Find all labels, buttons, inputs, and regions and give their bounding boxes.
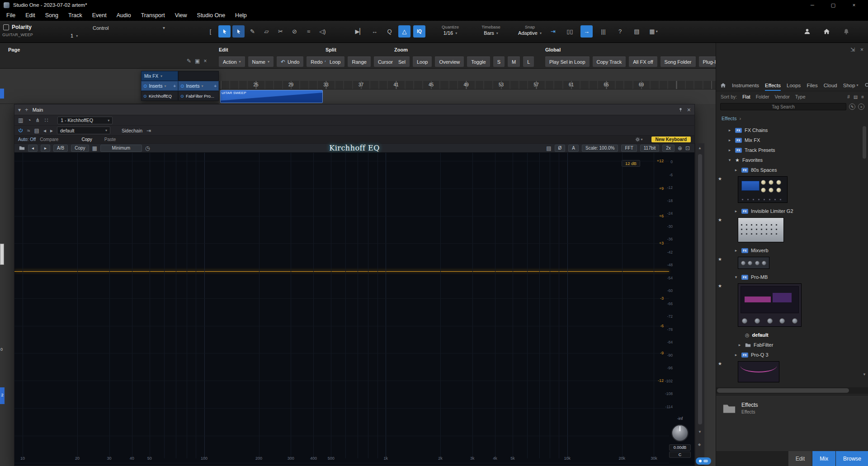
routing-icon[interactable]: ⇥	[146, 127, 151, 134]
favorite-star-icon[interactable]: ★	[718, 176, 724, 182]
inserts-header-1[interactable]: ⊙ Inserts ▾ +	[141, 81, 178, 91]
tree-item-invisible-limiter-g2[interactable]: ▸FXInvisible Limiter G2	[716, 206, 862, 216]
next-preset-icon[interactable]: ▸	[50, 127, 53, 134]
tree-item-mixverb[interactable]: ▸FXMixverb	[716, 245, 862, 255]
sidechain-button[interactable]: Sidechain	[122, 128, 142, 133]
insert-slot-fabfilter[interactable]: ⊙ FabFilter Pro...	[178, 91, 219, 101]
tree-item-favorites[interactable]: ▾★Favorites	[716, 155, 862, 165]
draw-icon[interactable]: ✎	[187, 58, 191, 64]
menu-view[interactable]: View	[175, 12, 187, 19]
cursor-button[interactable]: Cursor	[374, 56, 397, 67]
tree-item-pro-mb[interactable]: ▾FXPro-MB	[716, 272, 862, 282]
add-insert-icon[interactable]: +	[173, 84, 176, 89]
menu-studio-one[interactable]: Studio One	[197, 12, 226, 19]
expand-arrow-icon[interactable]: ▸	[733, 248, 739, 253]
paint-tool[interactable]: ✎	[246, 25, 259, 38]
latency-clock-icon[interactable]: ◷	[145, 145, 150, 151]
analyzer-list-icon[interactable]: ▤	[546, 145, 551, 151]
notifications-icon[interactable]	[840, 25, 852, 38]
tree-item-80s-spaces[interactable]: ▸FX80s Spaces	[716, 165, 862, 175]
workspace-tab-browse[interactable]: Browse	[835, 451, 868, 466]
expand-arrow-icon[interactable]: ▸	[727, 148, 732, 152]
phase-invert-button[interactable]: Ø	[555, 145, 566, 152]
next-state-button[interactable]: ▸	[41, 145, 50, 152]
bend-tool[interactable]: ≈	[302, 25, 315, 38]
tag-search-input[interactable]	[720, 103, 846, 110]
scroll-down-icon[interactable]: ▼	[863, 372, 866, 377]
autoscroll-icon[interactable]: ▶▏	[354, 25, 366, 38]
breadcrumb-label[interactable]: Effects	[722, 116, 736, 121]
listen-tool[interactable]: ◁)	[316, 25, 329, 38]
thumbnail-80s-spaces[interactable]	[738, 176, 788, 203]
snap-cursor-icon[interactable]: ⇥	[547, 25, 559, 38]
tab-effects[interactable]: Effects	[765, 80, 781, 91]
clear-search-icon[interactable]: ×	[858, 104, 864, 110]
plugin-window-titlebar[interactable]: ▾ + Main ×	[14, 104, 694, 115]
snap-control[interactable]: Snap Adaptive▾	[510, 24, 550, 36]
menu-event[interactable]: Event	[92, 12, 107, 19]
oversampling-button[interactable]: 2x	[662, 145, 675, 152]
song-folder-button[interactable]: Song Folder	[660, 56, 696, 67]
bypass-curve-icon[interactable]: ≈	[27, 127, 30, 134]
sort-folder[interactable]: Folder	[756, 94, 769, 99]
workspace-tab-edit[interactable]: Edit	[788, 451, 812, 466]
channel-mode-button[interactable]: A	[568, 145, 579, 152]
tab-loops[interactable]: Loops	[787, 80, 801, 91]
scale-button[interactable]: Scale: 100.0%	[582, 145, 618, 152]
add-tab-icon[interactable]: +	[25, 106, 28, 113]
menu-file[interactable]: File	[6, 12, 15, 19]
track-resize-icon[interactable]: ↔	[368, 25, 381, 38]
close-window-icon[interactable]: ×	[687, 106, 691, 113]
tree-item-track-presets[interactable]: ▸FXTrack Presets	[716, 145, 862, 155]
thumbnail-pro-mb[interactable]	[738, 283, 802, 327]
panel-view-icon[interactable]: ▤	[854, 94, 858, 99]
menu-song[interactable]: Song	[45, 12, 58, 19]
thumbnail-mixverb[interactable]	[738, 257, 769, 269]
expand-arrow-icon[interactable]: ▸	[733, 168, 739, 172]
favorite-star-icon[interactable]: ★	[718, 257, 724, 262]
collapse-icon[interactable]: ▾	[18, 107, 21, 113]
s-button[interactable]: S	[493, 56, 505, 67]
loop-button[interactable]: Loop	[413, 56, 432, 67]
all-fx-off-button[interactable]: All FX off	[629, 56, 657, 67]
macro-grid-icon[interactable]: ▦▾	[647, 25, 660, 38]
fft-button[interactable]: FFT	[621, 145, 637, 152]
thumbnail-pro-q-3[interactable]	[738, 361, 779, 382]
follow-playhead-icon[interactable]: →	[580, 25, 593, 38]
browser-vscrollbar[interactable]: ▼	[863, 126, 866, 379]
menu-track[interactable]: Track	[68, 12, 82, 19]
menu-edit[interactable]: Edit	[25, 12, 35, 19]
tab-cloud[interactable]: Cloud	[824, 80, 837, 91]
eq-display[interactable]: 12 dB -inf 0.00dB C 10203040501002003004…	[14, 153, 694, 466]
quantize-q-icon[interactable]: Q	[383, 25, 396, 38]
power-icon[interactable]: ⊙	[143, 84, 147, 89]
edit-tags-icon[interactable]: ✎	[849, 104, 855, 110]
audio-region[interactable]: UITAR SWEEP	[220, 90, 323, 103]
timeline-ruler[interactable]: 252933374145495357616569	[219, 81, 716, 89]
output-pan-value[interactable]: C	[669, 452, 691, 458]
ab-compare-button[interactable]: A/B	[53, 145, 68, 152]
panel-icon[interactable]: ▣	[195, 58, 200, 64]
breadcrumb[interactable]: Effects ›	[716, 114, 868, 122]
control-dropdown-arrow-icon[interactable]: ▾	[163, 25, 165, 30]
preset-folder-icon[interactable]	[19, 145, 25, 151]
output-gain-value[interactable]: 0.00dB	[669, 444, 691, 451]
editor-scrollbar[interactable]: ▲ ▼ ◆	[695, 143, 704, 466]
sel-button[interactable]: Sel	[394, 56, 410, 67]
menu-transport[interactable]: Transport	[141, 12, 165, 19]
collapse-arrow-icon[interactable]: ▾	[727, 158, 732, 162]
zoom-diamond-icon[interactable]: ◆	[698, 442, 701, 447]
name-button[interactable]: Name▾	[248, 56, 274, 67]
zoom-toggle-pill[interactable]	[696, 457, 711, 465]
history-icon[interactable]: ◔	[28, 117, 31, 123]
timebase-control[interactable]: Timebase Bars▾	[471, 24, 511, 36]
split-tool[interactable]: ✂	[274, 25, 287, 38]
layout-grid-icon[interactable]: ▥	[18, 117, 23, 123]
browser-home-icon[interactable]	[720, 82, 726, 88]
piano-display-icon[interactable]: ▦	[92, 145, 97, 151]
m-button[interactable]: M	[508, 56, 520, 67]
expand-arrow-icon[interactable]: ▸	[727, 128, 732, 132]
loop-button[interactable]: Loop	[326, 56, 344, 67]
preset-list-icon[interactable]: ▤	[34, 127, 39, 134]
smart-range-tool[interactable]	[232, 25, 245, 38]
